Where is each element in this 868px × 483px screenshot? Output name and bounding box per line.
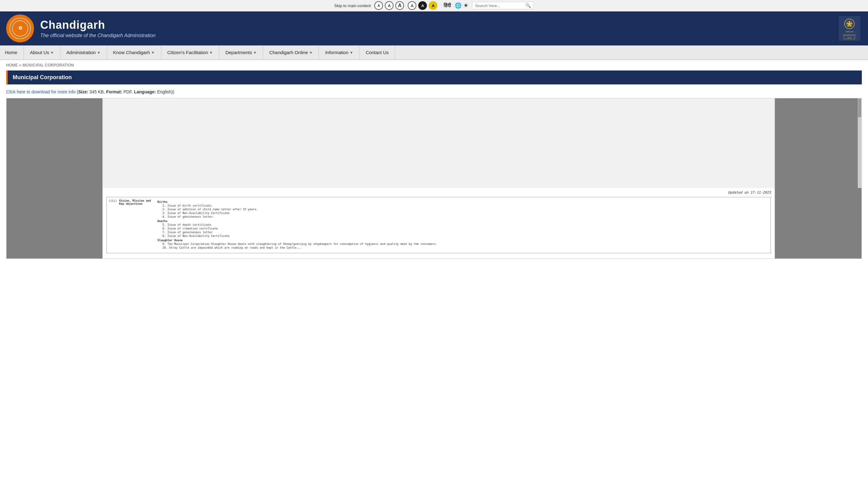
emblem-image: सत्यमेव जयते INDIA [839,16,860,41]
pdf-birth-item-1: 1. Issue of birth certificate. [162,204,769,207]
breadcrumb: HOME » MUNICIPAL CORPORATION [0,60,868,70]
download-info: Click here to download for more info (Si… [6,89,862,94]
pdf-scrollbar-thumb [858,99,861,117]
theme-yellow-btn[interactable]: A [429,1,437,10]
nav-home[interactable]: Home [0,45,24,59]
chevron-down-icon: ▼ [349,51,353,55]
pdf-col-content: Births 1. Issue of birth certificate. 2.… [157,199,769,250]
pdf-right-gray [775,98,862,188]
pdf-col-title: Vision, Mission and Key objectives [119,199,156,250]
pdf-death-item-1: 5. Issue of death certificate [162,223,769,226]
nav-about-us[interactable]: About Us ▼ [24,45,60,59]
logo-svg: ⚙ [9,18,31,39]
size-value: 345 KB, [89,89,105,94]
pdf-births-heading: Births [157,200,769,203]
pdf-death-item-4: 8. Issue of Non-Availability Certificate [162,234,769,237]
pdf-doc-left [6,188,102,258]
theme-normal-btn[interactable]: A [408,1,416,10]
sun-icon[interactable]: ☀ [463,2,468,9]
header-title-block: Chandigarh The official website of the C… [40,19,831,38]
theme-controls: A A A [408,1,437,10]
site-logo: ⚙ [6,14,34,42]
pdf-slaughter-item: 9. The Municipal Corporation Slaughter H… [162,243,769,246]
nav-citizens-facilitation-label: Citizen's Facilitation [167,50,208,55]
chevron-down-icon: ▼ [97,51,100,55]
svg-text:INDIA: INDIA [847,37,852,39]
nav-about-us-label: About Us [30,50,49,55]
main-content: Municipal Corporation Click here to down… [0,70,868,265]
pdf-death-item-3: 7. Issue of genuineness letter [162,231,769,234]
svg-text:⚙: ⚙ [18,25,22,31]
pdf-table-header-row: (iii) Vision, Mission and Key objectives… [108,199,769,250]
nav-citizens-facilitation[interactable]: Citizen's Facilitation ▼ [161,45,219,59]
pdf-scrollbar[interactable] [858,98,862,188]
pdf-center-white [102,98,775,188]
nav-departments-label: Departments [225,50,252,55]
nav-know-chandigarh-label: Know Chandigarh [113,50,150,55]
search-icon[interactable]: 🔍 [526,3,531,8]
pdf-death-item-2: 6. Issue of cremation certificate [162,227,769,230]
city-tagline: The official website of the Chandigarh A… [40,33,831,38]
nav-chandigarh-online[interactable]: Chandigarh Online ▼ [263,45,319,59]
chevron-down-icon: ▼ [151,51,155,55]
nav-information-label: Information [325,50,348,55]
breadcrumb-separator: » [19,63,21,67]
pdf-birth-item-3: 3. Issue of Non-Availability Certificate [162,212,769,215]
pdf-doc-content: Updated on 17-11-2023 (iii) Vision, Miss… [102,188,775,258]
format-value: PDF, [123,89,133,94]
lang-value: English) [157,89,173,94]
chevron-down-icon: ▼ [253,51,257,55]
nav-contact-us-label: Contact Us [366,50,389,55]
font-decrease-btn[interactable]: A [374,1,383,10]
chevron-down-icon: ▼ [51,51,54,55]
download-link[interactable]: Click here to download for more info [6,89,75,94]
national-emblem: सत्यमेव जयते INDIA [837,14,862,42]
pdf-updated-date: Updated on 17-11-2023 [106,191,771,194]
theme-dark-btn[interactable]: A [418,1,427,10]
pdf-table: (iii) Vision, Mission and Key objectives… [106,197,771,253]
nav-administration-label: Administration [66,50,96,55]
nav-information[interactable]: Information ▼ [319,45,360,59]
site-header: ⚙ Chandigarh The official website of the… [0,11,868,45]
chevron-down-icon: ▼ [210,51,213,55]
chevron-down-icon: ▼ [309,51,313,55]
pdf-birth-item-2: 2. Issue of addition of child name lette… [162,208,769,211]
font-increase-btn[interactable]: A [395,1,404,10]
utility-icons: 🌐 ☀ [455,2,468,9]
nav-administration[interactable]: Administration ▼ [60,45,107,59]
skip-to-main[interactable]: Skip to main content [334,3,371,8]
pdf-left-gray [6,98,102,188]
top-bar: Skip to main content A A A A A A हिंदी 🌐… [0,0,868,11]
pdf-deaths-heading: Deaths [157,220,769,223]
globe-icon[interactable]: 🌐 [455,2,462,9]
emblem-svg: सत्यमेव जयते INDIA [839,16,860,41]
font-size-controls: A A A [374,1,404,10]
breadcrumb-current: MUNICIPAL CORPORATION [23,63,74,67]
search-input[interactable] [475,3,524,8]
pdf-doc-right [775,188,862,258]
nav-home-label: Home [5,50,17,55]
pdf-document-area: Updated on 17-11-2023 (iii) Vision, Miss… [6,188,862,258]
city-name: Chandigarh [40,19,831,32]
nav-departments[interactable]: Departments ▼ [219,45,263,59]
search-box[interactable]: 🔍 [472,2,534,9]
pdf-viewer[interactable]: Updated on 17-11-2023 (iii) Vision, Miss… [6,98,862,259]
language-toggle[interactable]: हिंदी [443,3,451,8]
section-title-text: Municipal Corporation [13,74,72,80]
pdf-slaughter-heading: Slaughter House [157,239,769,242]
main-navigation: Home About Us ▼ Administration ▼ Know Ch… [0,45,868,60]
nav-know-chandigarh[interactable]: Know Chandigarh ▼ [107,45,161,59]
breadcrumb-home[interactable]: HOME [6,63,18,67]
svg-text:सत्यमेव जयते: सत्यमेव जयते [845,31,854,33]
format-label: Format: [106,89,122,94]
font-normal-btn[interactable]: A [385,1,394,10]
size-label: Size: [78,89,89,94]
lang-label: Language: [134,89,156,94]
nav-chandigarh-online-label: Chandigarh Online [269,50,308,55]
pdf-col-iii: (iii) [108,199,118,250]
pdf-birth-item-4: 4. Issue of genuineness letter. [162,215,769,218]
section-title: Municipal Corporation [6,70,862,85]
nav-contact-us[interactable]: Contact Us [360,45,395,59]
pdf-stray-item: 10. Stray Cattle are impounded which are… [162,246,769,249]
